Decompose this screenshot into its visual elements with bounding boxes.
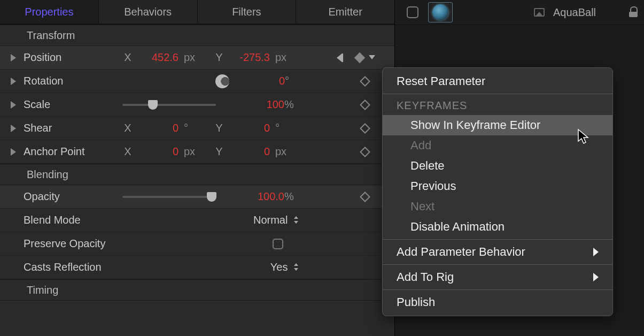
cursor-icon bbox=[577, 128, 590, 144]
param-opacity: Opacity 100.0 % bbox=[0, 185, 394, 209]
keyframe-diamond-icon[interactable] bbox=[360, 100, 370, 110]
param-label: Opacity bbox=[24, 190, 122, 203]
param-label: Blend Mode bbox=[24, 214, 122, 226]
disclosure-icon[interactable] bbox=[11, 101, 16, 109]
menu-label: Add To Rig bbox=[397, 270, 454, 284]
menu-separator bbox=[383, 289, 612, 290]
layer-visibility-checkbox[interactable] bbox=[407, 6, 418, 18]
blend-mode-value[interactable]: Normal bbox=[253, 214, 288, 226]
popup-chevron-icon[interactable] bbox=[293, 263, 299, 271]
layer-thumbnail[interactable] bbox=[428, 2, 453, 22]
unit-label: ° bbox=[275, 122, 288, 134]
position-x-value[interactable]: 452.6 bbox=[138, 51, 179, 64]
axis-y-label: Y bbox=[214, 51, 224, 64]
slider-knob[interactable] bbox=[148, 100, 158, 110]
section-transform: Transform bbox=[0, 25, 394, 46]
disclosure-icon[interactable] bbox=[11, 54, 16, 62]
axis-y-label: Y bbox=[214, 146, 224, 158]
aquaball-icon bbox=[432, 4, 448, 20]
opacity-value[interactable]: 100.0 bbox=[216, 190, 284, 203]
menu-disable-animation[interactable]: Disable Animation bbox=[383, 217, 612, 237]
menu-separator bbox=[383, 94, 612, 94]
menu-publish[interactable]: Publish bbox=[383, 292, 612, 312]
param-label: Position bbox=[24, 51, 122, 64]
menu-add-to-rig[interactable]: Add To Rig bbox=[383, 267, 612, 287]
shear-y-value[interactable]: 0 bbox=[230, 122, 270, 134]
unit-label: % bbox=[284, 190, 297, 203]
tab-properties[interactable]: Properties bbox=[0, 0, 99, 24]
keyframe-diamond-icon[interactable] bbox=[360, 147, 370, 157]
param-casts-reflection: Casts Reflection Yes bbox=[0, 256, 394, 279]
rotation-value[interactable]: 0 bbox=[229, 75, 285, 87]
menu-delete-keyframe[interactable]: Delete bbox=[383, 156, 612, 176]
animation-context-menu: Reset Parameter KEYFRAMES Show In Keyfra… bbox=[382, 67, 613, 316]
disclosure-icon[interactable] bbox=[11, 148, 16, 156]
param-label: Scale bbox=[24, 98, 122, 111]
param-blend-mode: Blend Mode Normal bbox=[0, 209, 394, 232]
slider-knob[interactable] bbox=[207, 192, 216, 202]
menu-reset-parameter[interactable]: Reset Parameter bbox=[383, 71, 612, 91]
layer-row[interactable]: AquaBall bbox=[395, 0, 644, 25]
param-scale: Scale 100 % bbox=[0, 93, 394, 117]
submenu-arrow-icon bbox=[593, 273, 599, 281]
keyframe-diamond-icon[interactable] bbox=[360, 192, 370, 202]
tab-emitter[interactable]: Emitter bbox=[296, 0, 394, 24]
unit-label: ° bbox=[285, 75, 298, 87]
menu-separator bbox=[383, 239, 612, 240]
anchor-y-value[interactable]: 0 bbox=[230, 146, 270, 158]
keyframe-diamond-icon[interactable] bbox=[354, 52, 365, 63]
param-position: Position X 452.6 px Y -275.3 px bbox=[0, 46, 394, 70]
param-label: Rotation bbox=[24, 75, 122, 87]
param-anchor-point: Anchor Point X 0 px Y 0 px bbox=[0, 140, 394, 164]
tab-behaviors[interactable]: Behaviors bbox=[99, 0, 198, 24]
axis-y-label: Y bbox=[214, 122, 224, 134]
menu-separator bbox=[383, 264, 612, 265]
submenu-arrow-icon bbox=[593, 248, 599, 256]
unit-label: px bbox=[275, 146, 288, 158]
menu-previous-keyframe[interactable]: Previous bbox=[383, 176, 612, 196]
param-label: Shear bbox=[24, 122, 122, 134]
image-icon bbox=[534, 8, 545, 17]
unit-label: px bbox=[184, 146, 197, 158]
axis-x-label: X bbox=[122, 51, 133, 64]
unit-label: px bbox=[184, 51, 197, 64]
scale-value[interactable]: 100 bbox=[216, 98, 284, 111]
anchor-x-value[interactable]: 0 bbox=[138, 146, 179, 158]
axis-x-label: X bbox=[122, 146, 133, 158]
menu-section-keyframes: KEYFRAMES bbox=[383, 96, 612, 115]
animation-menu-chevron-icon[interactable] bbox=[369, 55, 375, 59]
casts-reflection-value[interactable]: Yes bbox=[270, 261, 288, 273]
rotation-dial[interactable] bbox=[215, 74, 229, 88]
axis-x-label: X bbox=[122, 122, 133, 134]
preserve-opacity-checkbox[interactable] bbox=[273, 239, 283, 249]
unit-label: px bbox=[275, 51, 288, 64]
unit-label: % bbox=[284, 98, 297, 111]
section-timing: Timing bbox=[0, 279, 394, 301]
param-label: Preserve Opacity bbox=[24, 238, 122, 250]
scale-slider[interactable] bbox=[122, 104, 216, 106]
param-label: Anchor Point bbox=[24, 146, 122, 158]
param-shear: Shear X 0 ° Y 0 ° bbox=[0, 117, 394, 140]
param-preserve-opacity: Preserve Opacity bbox=[0, 232, 394, 256]
position-y-value[interactable]: -275.3 bbox=[230, 51, 270, 64]
prev-keyframe-icon[interactable] bbox=[337, 54, 342, 62]
layer-name[interactable]: AquaBall bbox=[553, 6, 624, 19]
disclosure-icon[interactable] bbox=[11, 125, 16, 132]
unit-label: ° bbox=[184, 122, 197, 134]
keyframe-diamond-icon[interactable] bbox=[360, 123, 370, 134]
param-label: Casts Reflection bbox=[24, 261, 122, 273]
opacity-slider[interactable] bbox=[122, 196, 216, 198]
lock-icon[interactable] bbox=[629, 7, 638, 17]
popup-chevron-icon[interactable] bbox=[293, 216, 299, 224]
disclosure-icon[interactable] bbox=[11, 78, 16, 85]
inspector-panel: Properties Behaviors Filters Emitter Tra… bbox=[0, 0, 394, 336]
menu-label: Add Parameter Behavior bbox=[397, 245, 525, 259]
section-blending: Blending bbox=[0, 164, 394, 185]
tab-filters[interactable]: Filters bbox=[198, 0, 297, 24]
param-rotation: Rotation 0 ° bbox=[0, 70, 394, 93]
shear-x-value[interactable]: 0 bbox=[138, 122, 179, 134]
keyframe-diamond-icon[interactable] bbox=[360, 76, 370, 87]
menu-add-parameter-behavior[interactable]: Add Parameter Behavior bbox=[383, 242, 612, 262]
menu-next-keyframe: Next bbox=[383, 196, 612, 217]
inspector-tabs: Properties Behaviors Filters Emitter bbox=[0, 0, 394, 25]
